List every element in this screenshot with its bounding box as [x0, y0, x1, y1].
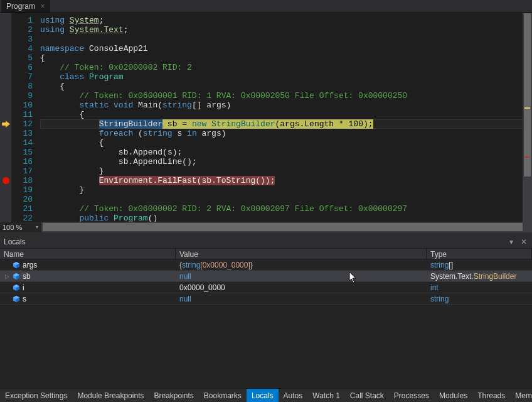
code-line[interactable]: sb.Append(s); [40, 148, 532, 157]
variable-name: args [23, 259, 37, 271]
code-line[interactable]: using System.Text; [40, 25, 532, 35]
locals-rows[interactable]: args{string[0x0000_0000]}string[]▷sbnull… [0, 259, 532, 388]
toolwindow-tab-call-stack[interactable]: Call Stack [345, 389, 389, 403]
code-line[interactable]: // Token: 0x06000002 RID: 2 RVA: 0x00002… [40, 204, 532, 214]
locals-row[interactable]: i0x0000_0000int [0, 282, 532, 293]
breakpoint-icon[interactable] [3, 177, 9, 184]
toolwindow-tab-watch-1[interactable]: Watch 1 [307, 389, 345, 403]
code-line[interactable] [40, 35, 532, 44]
col-type-header[interactable]: Type [427, 249, 532, 259]
code-line[interactable]: } [40, 166, 532, 176]
locals-row[interactable]: args{string[0x0000_0000]}string[] [0, 259, 532, 271]
toolwindow-tab-breakpoints[interactable]: Breakpoints [149, 389, 198, 403]
line-number: 18 [11, 176, 33, 185]
col-name-header[interactable]: Name [0, 249, 176, 259]
variable-icon [13, 284, 20, 291]
code-line[interactable]: // Token: 0x06000001 RID: 1 RVA: 0x00002… [40, 91, 532, 100]
variable-type: string [427, 293, 532, 305]
col-value-header[interactable]: Value [176, 249, 427, 259]
line-number: 13 [11, 129, 33, 138]
code-line[interactable]: sb.AppendLine(); [40, 157, 532, 166]
variable-name: sb [23, 271, 31, 282]
line-number: 16 [11, 157, 33, 166]
close-icon[interactable]: × [39, 2, 46, 11]
code-line[interactable]: foreach (string s in args) [40, 129, 532, 138]
scroll-mark-breakpoint [524, 156, 530, 158]
locals-row[interactable]: ▷sbnullSystem.Text.StringBuilder [0, 271, 532, 282]
code-editor[interactable]: 1234567891011121314151617181920212223 – … [0, 13, 532, 232]
horizontal-scrollbar-row: 100 % ▾ [0, 222, 532, 232]
line-number: 4 [11, 44, 33, 53]
chevron-down-icon: ▾ [36, 224, 38, 230]
scroll-thumb[interactable] [524, 13, 531, 177]
code-line[interactable]: { [40, 82, 532, 91]
code-line[interactable]: } [40, 185, 532, 195]
zoom-value: 100 % [3, 224, 22, 231]
scroll-mark-current [524, 107, 530, 109]
line-number: 11 [11, 110, 33, 119]
toolwindow-tab-threads[interactable]: Threads [472, 389, 510, 403]
code-area[interactable]: – using System;using System.Text;namespa… [38, 13, 532, 232]
code-line[interactable]: namespace ConsoleApp21 [40, 44, 532, 53]
toolwindow-tab-locals[interactable]: Locals [247, 389, 279, 403]
line-number: 21 [11, 204, 33, 214]
window-position-icon[interactable]: ▾ [506, 237, 517, 247]
code-line[interactable]: static void Main(string[] args) [40, 100, 532, 110]
line-number: 15 [11, 148, 33, 157]
close-icon[interactable]: ✕ [518, 237, 529, 247]
variable-value[interactable]: null [176, 271, 427, 282]
toolwindow-tab-bookmarks[interactable]: Bookmarks [199, 389, 247, 403]
file-tab-bar: Program × [0, 0, 532, 13]
line-number-gutter: 1234567891011121314151617181920212223 [11, 13, 38, 232]
line-number: 12 [11, 119, 33, 129]
locals-titlebar[interactable]: Locals ▾ ✕ [0, 236, 532, 248]
toolwindow-tab-autos[interactable]: Autos [279, 389, 308, 403]
line-number: 1 [11, 16, 33, 25]
toolwindow-tab-processes[interactable]: Processes [389, 389, 434, 403]
code-line[interactable]: // Token: 0x02000002 RID: 2 [40, 63, 532, 72]
code-line[interactable] [40, 195, 532, 204]
variable-type: string[] [427, 259, 532, 271]
code-line[interactable]: using System; [40, 16, 532, 25]
line-number: 3 [11, 35, 33, 44]
variable-value[interactable]: null [176, 293, 427, 305]
locals-row[interactable]: snullstring [0, 293, 532, 305]
current-statement-arrow-icon [1, 119, 10, 128]
variable-value[interactable]: 0x0000_0000 [176, 282, 427, 293]
code-line[interactable]: { [40, 138, 532, 148]
line-number: 14 [11, 138, 33, 148]
line-number: 6 [11, 63, 33, 72]
tool-window-strip: Exception SettingsModule BreakpointsBrea… [0, 388, 532, 402]
code-line[interactable]: { [40, 110, 532, 119]
code-line[interactable]: StringBuilder sb = new StringBuilder(arg… [40, 119, 532, 129]
toolwindow-tab-modules[interactable]: Modules [434, 389, 472, 403]
variable-type: int [427, 282, 532, 293]
variable-icon [13, 295, 20, 303]
variable-value[interactable]: {string[0x0000_0000]} [176, 259, 427, 271]
code-line[interactable]: Environment.FailFast(sb.ToString()); [40, 176, 532, 185]
file-tab[interactable]: Program × [1, 0, 50, 13]
code-line[interactable]: { [40, 53, 532, 63]
line-number: 2 [11, 25, 33, 35]
locals-panel: Locals ▾ ✕ Name Value Type args{string[0… [0, 236, 532, 388]
line-number: 5 [11, 53, 33, 63]
variable-name: s [23, 293, 26, 305]
code-line[interactable]: class Program [40, 72, 532, 82]
locals-columns: Name Value Type [0, 248, 532, 259]
hscroll-thumb[interactable] [43, 223, 523, 231]
line-number: 7 [11, 72, 33, 82]
vertical-scrollbar[interactable] [523, 13, 532, 232]
line-number: 20 [11, 195, 33, 204]
file-tab-label: Program [6, 2, 35, 11]
toolwindow-tab-module-breakpoints[interactable]: Module Breakpoints [72, 389, 149, 403]
toolwindow-tab-exception-settings[interactable]: Exception Settings [0, 389, 72, 403]
line-number: 8 [11, 82, 33, 91]
expander-icon[interactable]: ▷ [4, 271, 10, 282]
variable-icon [13, 261, 20, 269]
locals-title-label: Locals [4, 237, 26, 246]
toolwindow-tab-memory-1[interactable]: Memory 1 [510, 389, 532, 403]
zoom-selector[interactable]: 100 % ▾ [0, 222, 41, 232]
line-number: 17 [11, 166, 33, 176]
line-number: 19 [11, 185, 33, 195]
glyph-margin[interactable] [0, 13, 11, 232]
